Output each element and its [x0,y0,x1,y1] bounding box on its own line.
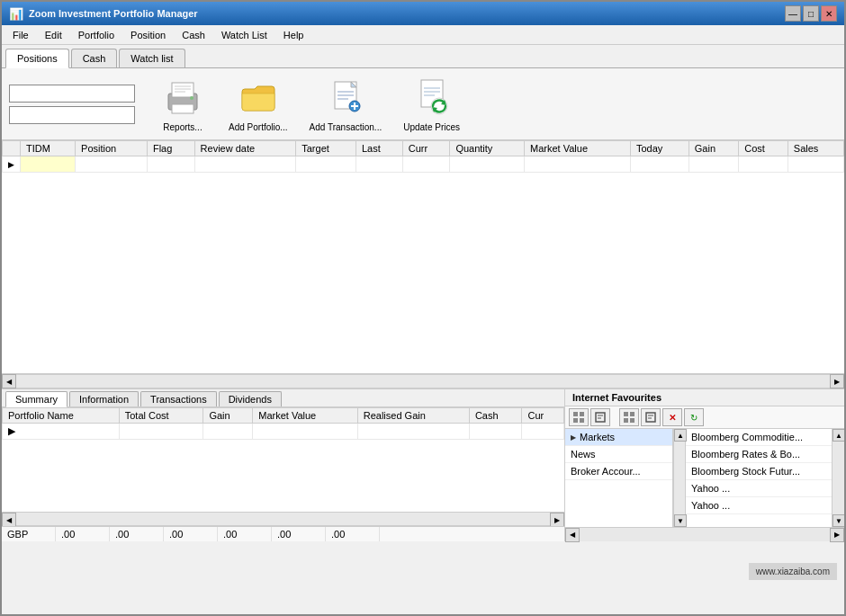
menu-file[interactable]: File [5,28,36,42]
menu-position[interactable]: Position [123,28,173,42]
right-scroll-down[interactable]: ▼ [832,514,845,527]
menu-watchlist[interactable]: Watch List [214,28,274,42]
inet-item-bloomberg-stock[interactable]: Bloomberg Stock Futur... [686,463,832,480]
menu-portfolio[interactable]: Portfolio [71,28,122,42]
right-list-scrollbar[interactable]: ▲ ▼ [832,429,844,527]
scroll-track[interactable] [16,375,830,388]
menu-cash[interactable]: Cash [175,28,212,42]
internet-left-list: ▶ Markets News Broker Accour... [565,429,673,527]
add-transaction-button[interactable]: Add Transaction... [302,72,390,136]
menu-help[interactable]: Help [276,28,311,42]
portfolio-input-1[interactable] [9,85,135,103]
footer-val-3: .00 [164,527,218,541]
bloomberg-commodities-label: Bloomberg Commoditie... [691,432,803,442]
tab-positions[interactable]: Positions [5,49,69,68]
summary-footer: GBP .00 .00 .00 .00 .00 .00 [2,526,564,541]
scroll-right-button[interactable]: ▶ [830,374,844,388]
tab-dividends[interactable]: Dividends [219,391,282,406]
col-sales[interactable]: Sales [788,141,843,156]
col-flag[interactable]: Flag [147,141,194,156]
inet-item-bloomberg-commodities[interactable]: Bloomberg Commoditie... [686,429,832,446]
inet-news-label: News [571,449,596,460]
col-position[interactable]: Position [76,141,148,156]
inet-scroll-track[interactable] [580,528,830,541]
inet-grid-right[interactable] [619,408,639,426]
cell-target [296,156,356,173]
internet-bottom-scrollbar[interactable]: ◀ ▶ [565,527,844,541]
col-last[interactable]: Last [356,141,402,156]
close-button[interactable]: ✕ [821,5,837,22]
summary-row-empty: ▶ [3,424,564,440]
inet-item-news[interactable]: News [565,446,672,463]
yahoo-2-label: Yahoo ... [691,500,730,511]
bottom-panel: Summary Information Transactions Dividen… [2,388,844,541]
footer-val-2: .00 [110,527,164,541]
reports-icon [161,76,204,119]
inet-grid-left[interactable] [569,408,589,426]
sum-scroll-track[interactable] [16,513,550,525]
tab-summary[interactable]: Summary [5,391,68,407]
add-portfolio-button[interactable]: Add Portfolio... [221,72,295,136]
scroll-left-button[interactable]: ◀ [2,374,16,388]
col-curr[interactable]: Curr [402,141,450,156]
cell-tidm [21,156,76,173]
col-gain[interactable]: Gain [688,141,739,156]
sum-cell-cur [522,424,564,440]
inet-item-bloomberg-rates[interactable]: Bloomberg Rates & Bo... [686,446,832,463]
summary-tabs: Summary Information Transactions Dividen… [2,389,564,407]
scroll-track-v[interactable] [674,442,685,514]
summary-scrollbar[interactable]: ◀ ▶ [2,512,564,526]
inet-edit-right[interactable] [641,408,661,426]
cell-last [356,156,402,173]
cell-curr [402,156,450,173]
scroll-up-btn[interactable]: ▲ [674,429,687,442]
inet-delete[interactable]: ✕ [662,408,682,426]
tab-transactions[interactable]: Transactions [140,391,217,406]
sum-cell-mv [253,424,357,440]
portfolio-selector [9,85,135,124]
inet-scroll-left[interactable]: ◀ [565,528,580,542]
minimize-button[interactable]: — [785,5,801,22]
inet-scroll-right[interactable]: ▶ [830,528,844,542]
col-tidm[interactable]: TIDM [21,141,76,156]
footer-val-1: .00 [56,527,110,541]
left-list-scrollbar[interactable]: ▲ ▼ [673,429,686,527]
svg-rect-30 [646,413,655,422]
right-scroll-track[interactable] [832,442,844,514]
col-market-value[interactable]: Market Value [525,141,631,156]
inet-edit-left[interactable] [590,408,610,426]
sum-scroll-left[interactable]: ◀ [2,513,16,527]
positions-table-container: TIDM Position Flag Review date Target La… [2,140,844,374]
row-indicator: ▶ [3,156,21,173]
col-target[interactable]: Target [296,141,356,156]
cell-today [630,156,688,173]
tab-watchlist[interactable]: Watch list [119,49,184,67]
inet-refresh[interactable]: ↻ [684,408,704,426]
inet-item-yahoo-2[interactable]: Yahoo ... [686,497,832,514]
scroll-down-btn[interactable]: ▼ [674,514,687,527]
col-quantity[interactable]: Quantity [450,141,525,156]
right-scroll-up[interactable]: ▲ [832,429,845,442]
svg-rect-23 [573,418,578,423]
portfolio-input-2[interactable] [9,106,135,124]
horizontal-scrollbar[interactable]: ◀ ▶ [2,374,844,388]
menu-edit[interactable]: Edit [38,28,69,42]
tab-cash[interactable]: Cash [71,49,118,67]
tab-information[interactable]: Information [69,391,139,406]
col-cost[interactable]: Cost [739,141,788,156]
reports-button[interactable]: Reports... [151,72,214,136]
footer-val-5: .00 [272,527,326,541]
sum-scroll-right[interactable]: ▶ [550,513,564,527]
inet-item-markets[interactable]: ▶ Markets [565,429,672,446]
title-bar-controls[interactable]: — □ ✕ [785,5,837,22]
maximize-button[interactable]: □ [803,5,819,22]
summary-table-container: Portfolio Name Total Cost Gain Market Va… [2,407,564,512]
footer-val-4: .00 [218,527,272,541]
inet-item-broker[interactable]: Broker Accour... [565,463,672,480]
inet-item-yahoo-1[interactable]: Yahoo ... [686,480,832,497]
col-review-date[interactable]: Review date [194,141,296,156]
update-prices-button[interactable]: Update Prices [396,72,467,136]
svg-rect-2 [172,83,194,97]
col-today[interactable]: Today [630,141,688,156]
folder-icon [237,76,280,119]
